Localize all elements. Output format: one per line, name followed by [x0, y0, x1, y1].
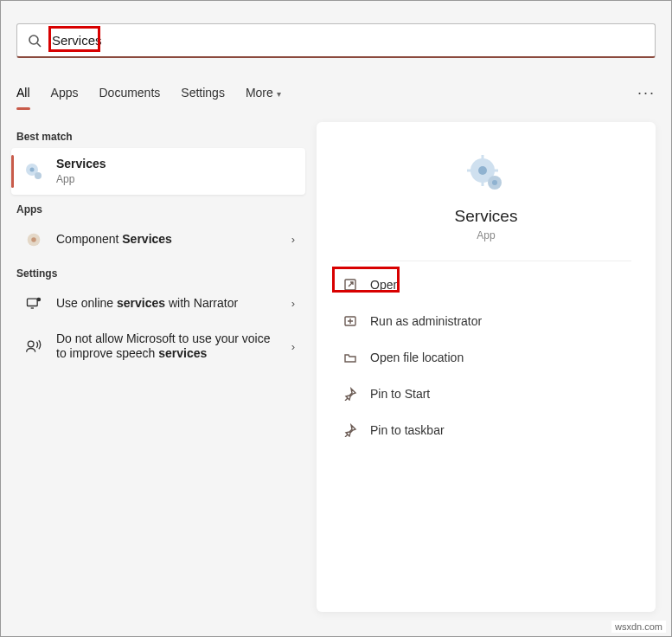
search-input-text[interactable]: Services	[50, 33, 104, 48]
result-text-prefix: Use online	[56, 296, 117, 310]
svg-point-12	[478, 166, 487, 175]
shield-icon	[342, 313, 358, 329]
group-label-best: Best match	[16, 131, 300, 143]
filter-tabs: All Apps Documents Settings More▾ ···	[16, 75, 656, 110]
pin-icon	[342, 422, 358, 438]
tab-more[interactable]: More▾	[246, 80, 281, 105]
action-label: Open	[370, 278, 400, 292]
result-text-bold: services	[158, 346, 207, 360]
chevron-right-icon: ›	[291, 297, 295, 310]
result-text-bold: Services	[122, 232, 172, 246]
tab-documents[interactable]: Documents	[99, 80, 160, 105]
svg-point-0	[29, 35, 38, 44]
tab-more-label: More	[246, 86, 273, 100]
action-label: Open file location	[370, 351, 464, 364]
action-open[interactable]: Open	[341, 273, 631, 296]
detail-title: Services	[341, 207, 631, 226]
svg-line-1	[37, 43, 41, 47]
tab-settings[interactable]: Settings	[181, 80, 225, 105]
open-icon	[342, 277, 358, 293]
result-text-bold: services	[117, 296, 165, 310]
detail-actions: Open Run as administrator Open file loca…	[341, 273, 631, 441]
group-label-apps: Apps	[16, 203, 300, 216]
action-label: Pin to taskbar	[370, 423, 445, 437]
results-column: Best match Services App Apps Component S…	[11, 122, 305, 370]
action-run-admin[interactable]: Run as administrator	[341, 310, 631, 332]
action-open-location[interactable]: Open file location	[341, 346, 631, 369]
chevron-right-icon: ›	[291, 340, 295, 353]
svg-rect-7	[28, 299, 38, 306]
monitor-icon	[23, 293, 44, 314]
pin-icon	[342, 386, 358, 402]
folder-icon	[342, 350, 358, 365]
watermark: wsxdn.com	[611, 621, 666, 633]
action-label: Run as administrator	[370, 314, 482, 328]
action-label: Pin to Start	[370, 387, 430, 401]
result-text-suffix: with Narrator	[165, 296, 238, 310]
group-label-settings: Settings	[16, 267, 300, 280]
chevron-down-icon: ▾	[277, 89, 281, 99]
tab-apps[interactable]: Apps	[51, 80, 79, 105]
action-pin-taskbar[interactable]: Pin to taskbar	[341, 419, 631, 441]
svg-point-10	[28, 341, 34, 347]
search-icon	[28, 34, 42, 48]
result-best-title: Services	[56, 157, 106, 171]
result-best-match[interactable]: Services App	[11, 148, 305, 195]
svg-point-6	[31, 237, 36, 242]
more-options-button[interactable]: ···	[637, 84, 656, 102]
speech-icon	[23, 336, 44, 357]
svg-point-3	[30, 167, 35, 171]
detail-subtitle: App	[341, 229, 631, 241]
result-setting-speech[interactable]: Do not allow Microsoft to use your voice…	[11, 323, 305, 370]
app-icon-large	[465, 153, 507, 195]
result-best-subtitle: App	[56, 173, 295, 186]
result-text-prefix: Component	[56, 232, 122, 246]
tab-all[interactable]: All	[16, 80, 30, 105]
svg-point-4	[35, 172, 42, 179]
svg-point-18	[492, 180, 497, 185]
result-setting-narrator[interactable]: Use online services with Narrator ›	[11, 285, 305, 323]
component-icon	[23, 229, 44, 250]
chevron-right-icon: ›	[291, 233, 295, 246]
gear-icon	[23, 161, 44, 182]
svg-point-9	[37, 298, 40, 300]
detail-panel: Services App Open Run as administrator	[317, 122, 656, 612]
action-pin-start[interactable]: Pin to Start	[341, 383, 631, 405]
result-app-component-services[interactable]: Component Services ›	[11, 221, 305, 259]
search-bar[interactable]: Services	[16, 23, 656, 58]
